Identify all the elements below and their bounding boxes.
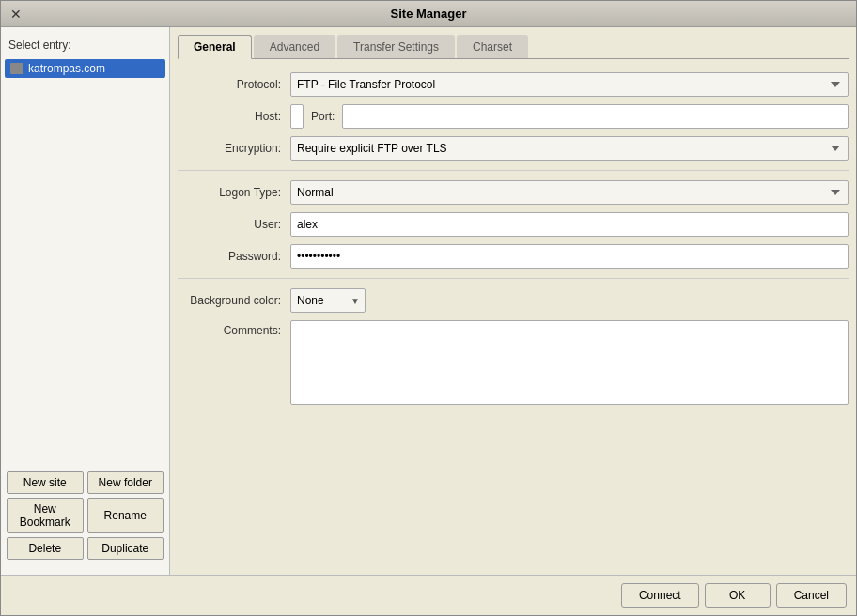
tab-charset[interactable]: Charset bbox=[457, 35, 528, 58]
password-row: Password: bbox=[178, 244, 849, 269]
logon-type-control: Normal Anonymous Ask for password bbox=[290, 180, 849, 205]
bg-color-label: Background color: bbox=[178, 294, 290, 307]
password-label: Password: bbox=[178, 250, 290, 263]
host-label: Host: bbox=[178, 110, 290, 123]
window-title: Site Manager bbox=[23, 7, 834, 21]
host-input[interactable] bbox=[290, 104, 304, 129]
site-manager-window: ✕ Site Manager Select entry: katrompas.c… bbox=[0, 0, 857, 616]
tab-transfer-settings[interactable]: Transfer Settings bbox=[337, 35, 455, 58]
separator-1 bbox=[178, 170, 849, 171]
user-input[interactable] bbox=[290, 212, 849, 237]
tab-general[interactable]: General bbox=[178, 35, 252, 59]
comments-textarea[interactable] bbox=[290, 320, 849, 405]
rename-button[interactable]: Rename bbox=[87, 498, 164, 533]
bg-color-select[interactable]: None Red Green Blue Yellow bbox=[290, 288, 366, 313]
logon-type-select[interactable]: Normal Anonymous Ask for password bbox=[290, 180, 849, 205]
new-bookmark-button[interactable]: New Bookmark bbox=[7, 498, 84, 533]
password-control bbox=[290, 244, 849, 269]
bg-color-control: None Red Green Blue Yellow ▼ bbox=[290, 288, 366, 313]
encryption-row: Encryption: Require explicit FTP over TL… bbox=[178, 136, 849, 161]
bg-color-select-wrapper: None Red Green Blue Yellow ▼ bbox=[290, 288, 366, 313]
encryption-control: Require explicit FTP over TLS Only use p… bbox=[290, 136, 849, 161]
close-button[interactable]: ✕ bbox=[8, 7, 23, 22]
comments-row: Comments: bbox=[178, 320, 849, 405]
user-label: User: bbox=[178, 218, 290, 231]
title-bar: ✕ Site Manager bbox=[1, 1, 856, 27]
user-row: User: bbox=[178, 212, 849, 237]
bg-color-row: Background color: None Red Green Blue Ye… bbox=[178, 288, 849, 313]
protocol-control: FTP - File Transfer Protocol SFTP - SSH … bbox=[290, 72, 849, 97]
separator-2 bbox=[178, 278, 849, 279]
site-tree: katrompas.com bbox=[1, 57, 169, 464]
encryption-select[interactable]: Require explicit FTP over TLS Only use p… bbox=[290, 136, 849, 161]
duplicate-button[interactable]: Duplicate bbox=[87, 537, 164, 560]
right-panel: General Advanced Transfer Settings Chars… bbox=[170, 27, 856, 575]
protocol-select[interactable]: FTP - File Transfer Protocol SFTP - SSH … bbox=[290, 72, 849, 97]
delete-button[interactable]: Delete bbox=[7, 537, 84, 560]
new-site-button[interactable]: New site bbox=[7, 471, 84, 494]
logon-type-row: Logon Type: Normal Anonymous Ask for pas… bbox=[178, 180, 849, 205]
host-row: Host: Port: bbox=[178, 104, 849, 129]
left-actions: New site New folder New Bookmark Rename … bbox=[1, 464, 169, 567]
select-entry-label: Select entry: bbox=[1, 35, 169, 57]
connect-button[interactable]: Connect bbox=[621, 583, 699, 608]
main-content: Select entry: katrompas.com New site New… bbox=[1, 27, 856, 575]
port-label: Port: bbox=[304, 110, 342, 123]
site-name: katrompas.com bbox=[28, 62, 105, 75]
port-input[interactable] bbox=[342, 104, 849, 129]
password-input[interactable] bbox=[290, 244, 849, 269]
logon-type-label: Logon Type: bbox=[178, 186, 290, 199]
form-area: Protocol: FTP - File Transfer Protocol S… bbox=[178, 69, 849, 567]
protocol-row: Protocol: FTP - File Transfer Protocol S… bbox=[178, 72, 849, 97]
comments-label: Comments: bbox=[178, 320, 290, 337]
cancel-button[interactable]: Cancel bbox=[776, 583, 847, 608]
host-port-container: Port: bbox=[290, 104, 849, 129]
left-panel: Select entry: katrompas.com New site New… bbox=[1, 27, 170, 575]
encryption-label: Encryption: bbox=[178, 142, 290, 155]
site-item[interactable]: katrompas.com bbox=[5, 59, 165, 78]
ok-button[interactable]: OK bbox=[705, 583, 771, 608]
site-icon bbox=[10, 63, 23, 74]
new-folder-button[interactable]: New folder bbox=[87, 471, 164, 494]
tab-bar: General Advanced Transfer Settings Chars… bbox=[178, 35, 849, 59]
bottom-bar: Connect OK Cancel bbox=[1, 575, 856, 615]
user-control bbox=[290, 212, 849, 237]
protocol-label: Protocol: bbox=[178, 78, 290, 91]
tab-advanced[interactable]: Advanced bbox=[254, 35, 335, 58]
